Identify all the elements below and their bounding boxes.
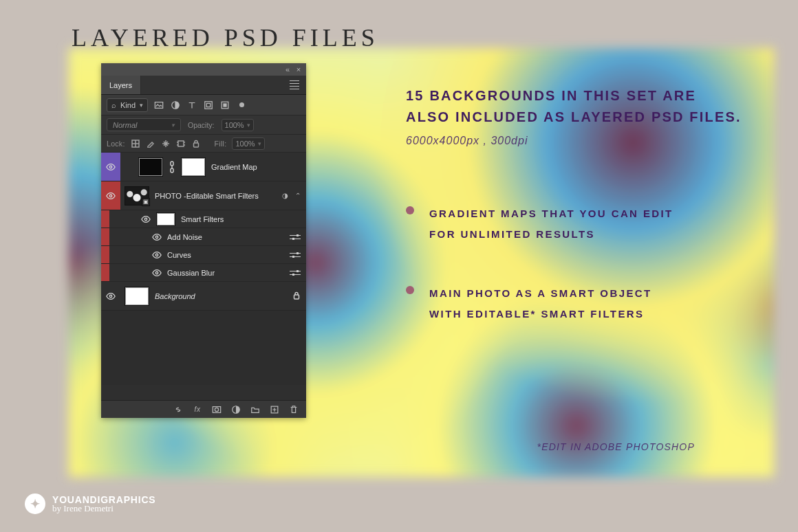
lock-position-icon[interactable] bbox=[161, 139, 171, 148]
layer-name: Gaussian Blur bbox=[167, 269, 215, 277]
filter-toggle[interactable] bbox=[236, 100, 247, 111]
filter-shape-icon[interactable] bbox=[203, 100, 214, 111]
eye-icon[interactable] bbox=[152, 268, 162, 278]
lock-fill-row: Lock: Fill: 100% ▾ bbox=[101, 135, 306, 153]
layer-name: Add Noise bbox=[167, 233, 202, 241]
layer-name: Background bbox=[155, 292, 195, 300]
svg-rect-10 bbox=[171, 162, 173, 166]
chevron-up-icon[interactable]: ⌃ bbox=[295, 192, 301, 199]
layer-row-add-noise[interactable]: Add Noise bbox=[101, 228, 306, 246]
svg-point-15 bbox=[155, 254, 158, 256]
new-layer-icon[interactable] bbox=[269, 404, 280, 415]
layer-row-gradient-map[interactable]: Gradient Map bbox=[101, 153, 306, 181]
fill-label: Fill: bbox=[215, 140, 227, 148]
adjustment-thumb bbox=[138, 157, 163, 177]
layer-name: Smart Filters bbox=[181, 215, 224, 223]
page-title: LAYERED PSD FILES bbox=[72, 23, 379, 52]
collapse-icon[interactable]: « bbox=[284, 65, 291, 74]
svg-rect-7 bbox=[178, 141, 184, 146]
lock-brush-icon[interactable] bbox=[146, 139, 155, 148]
svg-rect-2 bbox=[205, 101, 213, 109]
filter-options-icon[interactable] bbox=[290, 269, 301, 276]
panel-tab-row: Layers bbox=[101, 76, 306, 95]
fill-field[interactable]: 100% ▾ bbox=[232, 137, 264, 150]
smart-object-badge-icon: ▣ bbox=[142, 198, 150, 206]
layer-mask-thumb[interactable] bbox=[181, 157, 206, 177]
chevron-down-icon: ▾ bbox=[140, 102, 143, 109]
tab-layers[interactable]: Layers bbox=[101, 76, 141, 94]
layer-row-gaussian-blur[interactable]: Gaussian Blur bbox=[101, 264, 306, 282]
layer-row-smart-filters[interactable]: Smart Filters bbox=[101, 210, 306, 228]
footnote: *EDIT IN ADOBE PHOTOSHOP bbox=[537, 441, 695, 452]
eye-icon[interactable] bbox=[152, 232, 162, 242]
svg-point-13 bbox=[144, 218, 147, 221]
svg-point-16 bbox=[155, 271, 158, 274]
svg-rect-5 bbox=[223, 103, 226, 107]
lock-icon[interactable] bbox=[292, 291, 301, 301]
brand-logo-icon: ✦ bbox=[25, 494, 45, 514]
svg-rect-8 bbox=[193, 143, 198, 147]
close-icon[interactable]: × bbox=[295, 65, 302, 74]
group-icon[interactable] bbox=[250, 404, 261, 415]
svg-point-14 bbox=[155, 236, 158, 239]
layer-row-photo-smart-object[interactable]: ▣ PHOTO -Editable Smart Filters ◑ ⌃ bbox=[101, 181, 306, 210]
eye-icon[interactable] bbox=[152, 250, 162, 260]
copy-title-line1: 15 BACKGROUNDS IN THIS SET ARE bbox=[406, 85, 764, 107]
layer-mask-icon[interactable] bbox=[211, 404, 222, 415]
filter-options-icon[interactable] bbox=[290, 234, 301, 241]
layer-thumb bbox=[125, 287, 149, 306]
layer-filter-row: ⌕ Kind ▾ bbox=[101, 95, 306, 115]
svg-rect-3 bbox=[206, 103, 210, 107]
blend-opacity-row: Normal ▾ Opacity: 100% ▾ bbox=[101, 115, 306, 135]
layers-list: Gradient Map ▣ PHOTO -Editable Smart Fil… bbox=[101, 153, 306, 400]
filter-smartobject-icon[interactable] bbox=[219, 100, 230, 111]
filter-pixel-icon[interactable] bbox=[153, 100, 164, 111]
brand-block: ✦ YOUANDIGRAPHICS by Irene Demetri bbox=[25, 494, 155, 514]
eye-icon[interactable] bbox=[106, 291, 116, 301]
panel-footer: fx bbox=[101, 400, 306, 418]
blend-mode-value: Normal bbox=[113, 121, 137, 129]
lock-all-icon[interactable] bbox=[191, 139, 201, 148]
blend-mode-select[interactable]: Normal ▾ bbox=[107, 118, 181, 131]
copy-title-line2: ALSO INCLUDED AS LAYERED PSD FILES. bbox=[406, 107, 764, 128]
filter-options-icon[interactable] bbox=[290, 252, 301, 258]
filter-visibility-icon[interactable]: ◑ bbox=[282, 192, 288, 199]
svg-point-20 bbox=[215, 408, 218, 411]
bullet-dot-icon bbox=[406, 286, 414, 294]
layers-panel: « × Layers ⌕ Kind ▾ Normal ▾ Opacity: 10… bbox=[101, 63, 306, 418]
bullet-dot-icon bbox=[406, 206, 414, 214]
trash-icon[interactable] bbox=[288, 404, 299, 415]
layer-row-curves[interactable]: Curves bbox=[101, 246, 306, 264]
layer-filter-kind-select[interactable]: ⌕ Kind ▾ bbox=[107, 98, 148, 112]
bullet-item: GRADIENT MAPS THAT YOU CAN EDIT FOR UNLI… bbox=[406, 203, 764, 245]
chevron-down-icon: ▾ bbox=[247, 122, 250, 129]
layer-filter-kind-label: Kind bbox=[120, 101, 136, 109]
smart-object-thumb: ▣ bbox=[125, 186, 149, 206]
opacity-field[interactable]: 100% ▾ bbox=[222, 119, 254, 131]
layer-styles-icon[interactable]: fx bbox=[192, 404, 203, 415]
filter-type-icon[interactable] bbox=[186, 100, 197, 111]
adjustment-layer-icon[interactable] bbox=[230, 404, 241, 415]
layer-name: Gradient Map bbox=[211, 163, 257, 171]
panel-menu-icon[interactable] bbox=[283, 80, 306, 89]
lock-label: Lock: bbox=[107, 140, 125, 148]
lock-artboard-icon[interactable] bbox=[176, 139, 186, 148]
svg-rect-0 bbox=[155, 102, 162, 108]
layer-name: Curves bbox=[167, 251, 191, 259]
mask-link-icon[interactable] bbox=[169, 159, 175, 175]
layer-row-background[interactable]: Background bbox=[101, 282, 306, 311]
eye-icon[interactable] bbox=[106, 162, 116, 172]
bullet-2-line2: WITH EDITABLE* SMART FILTERS bbox=[429, 304, 652, 324]
chevron-down-icon: ▾ bbox=[171, 122, 175, 129]
eye-icon[interactable] bbox=[141, 214, 151, 224]
fill-value: 100% bbox=[235, 140, 255, 148]
filter-mask-thumb[interactable] bbox=[156, 212, 175, 226]
link-layers-icon[interactable] bbox=[173, 404, 184, 415]
bullet-1-line1: GRADIENT MAPS THAT YOU CAN EDIT bbox=[429, 203, 673, 224]
layers-empty-area bbox=[101, 311, 306, 385]
lock-transparent-icon[interactable] bbox=[131, 139, 140, 148]
eye-icon[interactable] bbox=[106, 191, 116, 201]
filter-adjustment-icon[interactable] bbox=[170, 100, 181, 111]
svg-rect-11 bbox=[171, 168, 173, 173]
copy-block: 15 BACKGROUNDS IN THIS SET ARE ALSO INCL… bbox=[406, 85, 764, 363]
